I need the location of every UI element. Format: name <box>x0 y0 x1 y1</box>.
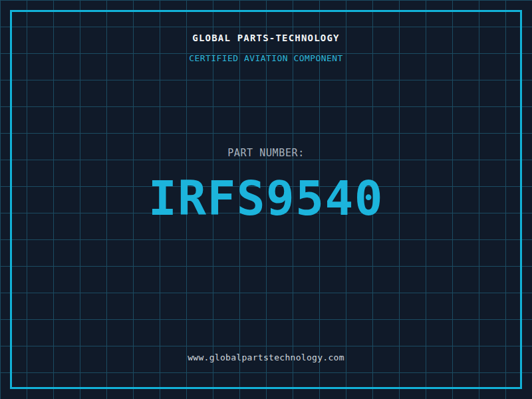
part-number-value: IRFS9540 <box>0 175 532 222</box>
product-label-card: GLOBAL PARTS-TECHNOLOGY CERTIFIED AVIATI… <box>0 0 532 399</box>
brand-title: GLOBAL PARTS-TECHNOLOGY <box>0 33 532 43</box>
part-number-label: PART NUMBER: <box>0 147 532 159</box>
certification-subtitle: CERTIFIED AVIATION COMPONENT <box>0 53 532 63</box>
website-url: www.globalpartstechnology.com <box>0 352 532 362</box>
